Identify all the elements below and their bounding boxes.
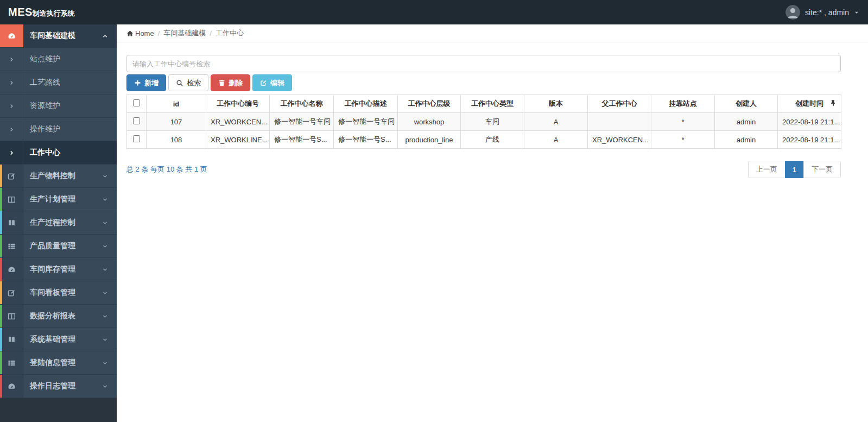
accent-strip [0,281,2,304]
cell-id: 108 [147,131,206,149]
select-all-cell [127,95,147,113]
plus-icon [134,79,141,86]
edit-button[interactable]: 编辑 [252,74,292,91]
prev-page-button[interactable]: 上一页 [748,161,785,178]
dashboard-icon [0,24,23,47]
sidebar-subitem-station-maintenance[interactable]: 站点维护 [0,48,117,71]
cell-id: 107 [147,113,206,131]
delete-button[interactable]: 删除 [211,74,250,91]
sidebar-item-login-info-management[interactable]: 登陆信息管理 [0,351,117,375]
user-label: site:* , admin [805,8,849,17]
top-navbar: MES制造执行系统 site:* , admin [0,0,868,24]
cell-code: XR_WORKLINE... [206,131,270,149]
list-icon [0,235,23,257]
sidebar-item-analytics-reports[interactable]: 数据分析报表 [0,305,117,328]
breadcrumb-home-link[interactable]: Home [126,29,154,37]
next-page-button[interactable]: 下一页 [803,161,841,178]
avatar [785,5,800,20]
pin-icon[interactable] [830,100,836,108]
sidebar-item-process-control[interactable]: 生产过程控制 [0,211,117,235]
cell-site: * [651,131,715,149]
sidebar-subitem-operation-maintenance[interactable]: 操作维护 [0,118,117,141]
sidebar-subitem-label: 资源维护 [23,95,117,117]
chevron-right-icon [0,95,23,117]
col-header-desc: 工作中心描述 [334,95,398,113]
breadcrumb-separator: / [210,29,212,37]
home-icon [126,30,134,37]
col-header-id: id [147,95,206,113]
chevron-down-icon [102,165,117,187]
sidebar-item-plan-management[interactable]: 生产计划管理 [0,188,117,211]
book-icon [0,211,23,234]
table-row[interactable]: 108 XR_WORKLINE... 修一智能一号S... 修一智能一号S...… [127,131,841,149]
sidebar-item-label: 车间库存管理 [23,258,102,281]
cell-name: 修一智能一号S... [270,131,334,149]
sidebar-subitem-label: 工作中心 [23,141,117,164]
app-logo: MES制造执行系统 [0,6,75,18]
sidebar-item-label: 登陆信息管理 [23,351,102,374]
sidebar-subitem-process-route[interactable]: 工艺路线 [0,71,117,95]
sidebar-item-quality-management[interactable]: 产品质量管理 [0,235,117,258]
sidebar-item-system-management[interactable]: 系统基础管理 [0,328,117,351]
chevron-right-icon [0,48,23,71]
cell-creator: admin [715,113,778,131]
search-button[interactable]: 检索 [168,74,208,91]
cell-level: production_line [398,131,461,149]
work-center-search-input[interactable] [126,55,841,72]
cell-type: 车间 [461,113,524,131]
cell-level: workshop [398,113,461,131]
chevron-up-icon [102,24,117,47]
breadcrumb-current: 工作中心 [216,28,244,38]
sidebar-item-operation-log-management[interactable]: 操作日志管理 [0,375,117,398]
row-select-checkbox[interactable] [133,117,140,124]
sidebar-item-material-control[interactable]: 生产物料控制 [0,165,117,188]
col-header-type: 工作中心类型 [461,95,524,113]
sidebar-item-workshop-modeling[interactable]: 车间基础建模 [0,24,117,48]
sidebar-item-label: 系统基础管理 [23,328,102,351]
sidebar-subitem-resource-maintenance[interactable]: 资源维护 [0,95,117,118]
logo-text-rest: 制造执行系统 [33,9,75,18]
user-menu[interactable]: site:* , admin [785,5,868,20]
sidebar-item-inventory-management[interactable]: 车间库存管理 [0,258,117,281]
edit-icon [260,79,267,86]
chevron-down-icon [102,258,117,281]
pagination-summary: 总 2 条 每页 10 条 共 1 页 [126,165,207,174]
row-select-cell [127,131,147,149]
cell-site: * [651,113,715,131]
cell-created-time: 2022-08-19 21:1... [778,131,841,149]
sidebar-item-label: 生产物料控制 [23,165,102,187]
trash-icon [218,79,225,86]
cell-desc: 修一智能一号车间 [334,113,398,131]
accent-strip [0,305,2,327]
sidebar-subitem-label: 站点维护 [23,48,117,71]
columns-icon [0,188,23,211]
main-content: Home / 车间基础建模 / 工作中心 新增 检索 删除 编辑 [117,24,868,422]
chevron-down-icon [102,188,117,211]
breadcrumb-section-link[interactable]: 车间基础建模 [163,28,206,38]
select-all-checkbox[interactable] [133,99,140,106]
chevron-down-icon [102,211,117,234]
col-header-code: 工作中心编号 [206,95,270,113]
current-page-button[interactable]: 1 [785,161,804,178]
table-row[interactable]: 107 XR_WORKCEN... 修一智能一号车间 修一智能一号车间 work… [127,113,841,131]
dashboard-icon [0,258,23,281]
chevron-down-icon [102,281,117,304]
cell-code: XR_WORKCEN... [206,113,270,131]
accent-strip [0,258,2,281]
sidebar-subitem-work-center[interactable]: 工作中心 [0,141,117,165]
sidebar-item-board-management[interactable]: 车间看板管理 [0,281,117,305]
cell-version: A [524,113,588,131]
accent-strip [0,165,2,187]
sidebar-item-label: 生产过程控制 [23,211,102,234]
chevron-right-icon [0,71,23,94]
accent-strip [0,375,2,398]
cell-type: 产线 [461,131,524,149]
chevron-down-icon [102,351,117,374]
col-header-creator: 创建人 [715,95,778,113]
col-header-level: 工作中心层级 [398,95,461,113]
cell-parent [588,113,651,131]
add-button[interactable]: 新增 [126,74,166,91]
row-select-checkbox[interactable] [133,135,140,142]
sidebar-item-label: 生产计划管理 [23,188,102,211]
breadcrumb-separator: / [158,29,160,37]
